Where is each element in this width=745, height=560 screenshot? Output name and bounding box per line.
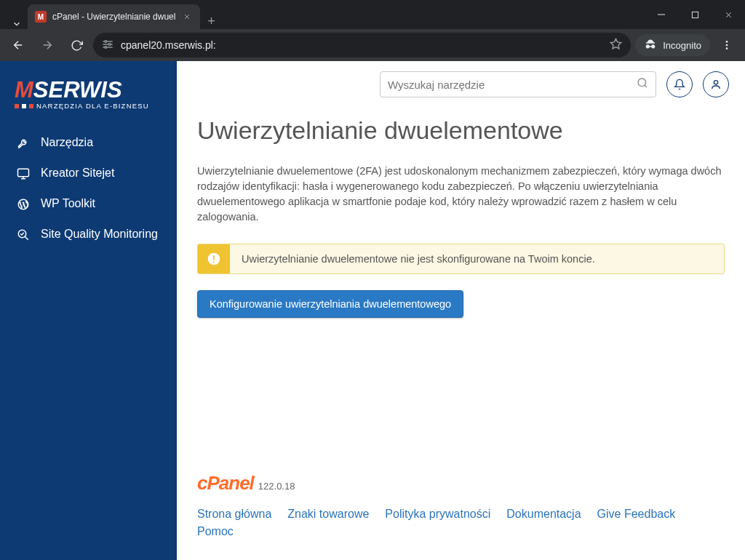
footer-link-home[interactable]: Strona główna xyxy=(197,508,271,521)
search-box[interactable] xyxy=(380,71,656,97)
warning-alert: Uwierzytelnianie dwuelementowe nie jest … xyxy=(197,244,725,274)
tools-icon xyxy=(16,136,31,151)
sidebar-item-site-quality[interactable]: Site Quality Monitoring xyxy=(0,219,177,249)
svg-marker-17 xyxy=(611,39,621,48)
svg-point-18 xyxy=(726,41,728,43)
site-settings-icon[interactable] xyxy=(102,39,113,52)
bell-icon xyxy=(674,79,685,90)
svg-point-11 xyxy=(108,43,111,45)
close-window-button[interactable] xyxy=(712,0,745,29)
url-text: cpanel20.mserwis.pl: xyxy=(121,39,602,51)
cpanel-version: 122.0.18 xyxy=(258,481,295,492)
maximize-button[interactable] xyxy=(678,0,712,29)
wordpress-icon xyxy=(16,197,31,212)
close-icon[interactable] xyxy=(181,11,193,23)
footer-links: Strona główna Znaki towarowe Polityka pr… xyxy=(197,508,725,538)
search-icon[interactable] xyxy=(637,77,648,92)
tab-favicon: M xyxy=(35,11,47,23)
alert-message: Uwierzytelnianie dwuelementowe nie jest … xyxy=(230,244,607,273)
sidebar: MSERWIS NARZĘDZIA DLA E-BIZNESU Narzędzi… xyxy=(0,61,177,560)
topbar xyxy=(177,61,745,97)
tabs-dropdown[interactable] xyxy=(6,19,28,29)
brand-m: M xyxy=(15,77,33,103)
sidebar-item-label: WP Toolkit xyxy=(41,196,95,212)
cpanel-wordmark: cPanel xyxy=(197,472,254,495)
footer: cPanel 122.0.18 Strona główna Znaki towa… xyxy=(177,472,745,560)
alert-icon-bar xyxy=(198,244,230,273)
cpanel-logo: cPanel 122.0.18 xyxy=(197,472,725,495)
brand-rest: SERWIS xyxy=(33,77,122,103)
monitor-icon xyxy=(16,167,31,181)
svg-line-26 xyxy=(25,236,28,240)
footer-link-docs[interactable]: Dokumentacja xyxy=(506,508,581,521)
svg-point-8 xyxy=(105,40,107,42)
tab-title: cPanel - Uwierzytelnianie dwuel xyxy=(52,12,175,22)
browser-titlebar: M cPanel - Uwierzytelnianie dwuel + xyxy=(0,0,745,29)
search-input[interactable] xyxy=(388,79,631,91)
footer-link-feedback[interactable]: Give Feedback xyxy=(597,508,676,521)
sidebar-nav: Narzędzia Kreator Sitejet WP Toolkit Sit… xyxy=(0,127,177,249)
brand-square-icon xyxy=(15,104,19,108)
sidebar-item-tools[interactable]: Narzędzia xyxy=(0,127,177,158)
svg-line-28 xyxy=(645,85,647,87)
configure-2fa-button[interactable]: Konfigurowanie uwierzytelniania dwueleme… xyxy=(197,290,463,318)
incognito-badge[interactable]: Incognito xyxy=(635,34,710,56)
svg-rect-32 xyxy=(213,261,215,263)
new-tab-button[interactable]: + xyxy=(200,14,222,29)
sidebar-item-label: Site Quality Monitoring xyxy=(41,226,158,242)
incognito-icon xyxy=(644,39,657,52)
reload-button[interactable] xyxy=(64,33,89,57)
brand-tagline: NARZĘDZIA DLA E-BIZNESU xyxy=(36,102,149,110)
window-controls xyxy=(645,0,745,29)
footer-link-help[interactable]: Pomoc xyxy=(197,525,234,538)
svg-point-27 xyxy=(638,79,646,87)
user-icon xyxy=(710,79,722,90)
address-bar[interactable]: cpanel20.mserwis.pl: xyxy=(93,33,631,57)
content: Uwierzytelnianie dwuelementowe Uwierzyte… xyxy=(177,97,745,472)
incognito-label: Incognito xyxy=(663,40,701,51)
forward-button[interactable] xyxy=(35,33,60,57)
page: MSERWIS NARZĘDZIA DLA E-BIZNESU Narzędzi… xyxy=(0,61,745,560)
browser-toolbar: cpanel20.mserwis.pl: Incognito xyxy=(0,29,745,61)
svg-point-14 xyxy=(105,46,107,48)
back-button[interactable] xyxy=(6,33,31,57)
bookmark-star-icon[interactable] xyxy=(610,38,622,52)
sidebar-item-sitejet[interactable]: Kreator Sitejet xyxy=(0,158,177,188)
page-description: Uwierzytelnianie dwuelementowe (2FA) jes… xyxy=(197,164,725,225)
sidebar-item-wp-toolkit[interactable]: WP Toolkit xyxy=(0,188,177,219)
browser-menu-button[interactable] xyxy=(714,33,739,57)
exclamation-icon xyxy=(207,252,221,266)
svg-rect-31 xyxy=(213,255,215,260)
footer-link-trademarks[interactable]: Znaki towarowe xyxy=(287,508,369,521)
svg-rect-3 xyxy=(692,12,698,17)
main: Uwierzytelnianie dwuelementowe Uwierzyte… xyxy=(177,61,745,560)
brand-square-icon xyxy=(29,104,33,108)
svg-point-19 xyxy=(726,44,728,47)
svg-point-29 xyxy=(714,81,717,84)
footer-link-privacy[interactable]: Polityka prywatności xyxy=(385,508,490,521)
brand-square-icon xyxy=(22,104,26,108)
browser-tab[interactable]: M cPanel - Uwierzytelnianie dwuel xyxy=(28,4,200,29)
svg-point-20 xyxy=(726,47,728,49)
sidebar-item-label: Narzędzia xyxy=(41,135,93,151)
notifications-button[interactable] xyxy=(666,71,693,97)
magnifier-check-icon xyxy=(16,228,31,242)
page-title: Uwierzytelnianie dwuelementowe xyxy=(197,116,725,145)
svg-rect-22 xyxy=(18,169,29,177)
tab-strip: M cPanel - Uwierzytelnianie dwuel + xyxy=(0,0,222,29)
sidebar-item-label: Kreator Sitejet xyxy=(41,165,114,181)
minimize-button[interactable] xyxy=(645,0,678,29)
brand-logo[interactable]: MSERWIS NARZĘDZIA DLA E-BIZNESU xyxy=(0,73,177,127)
account-button[interactable] xyxy=(703,71,729,97)
